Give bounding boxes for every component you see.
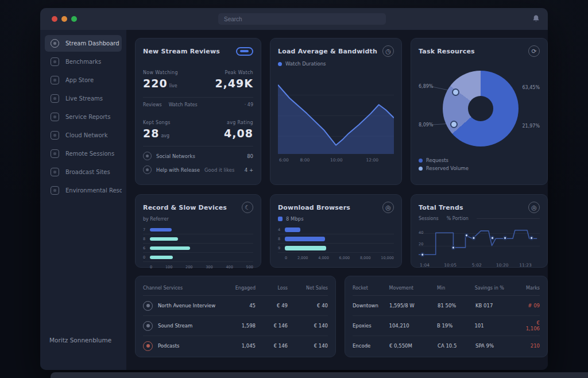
- list-item[interactable]: Social Networks 80: [143, 152, 253, 160]
- bar: [150, 228, 172, 232]
- notifications-button[interactable]: [529, 13, 542, 25]
- bar: [150, 256, 173, 259]
- table-cell: 210: [527, 343, 540, 349]
- minimize-button[interactable]: [61, 16, 67, 22]
- sidebar-item-label: App Store: [65, 77, 94, 83]
- table-cell: KB 017: [475, 303, 527, 308]
- table-cell: 101: [474, 323, 525, 329]
- bar-label: 4: [278, 227, 285, 232]
- axis-tick-label: 10,000: [381, 256, 394, 260]
- target-button[interactable]: ◎: [382, 202, 394, 213]
- desktop-background: Stream DashboardBenchmarksApp StoreLive …: [0, 0, 588, 378]
- sidebar-item-cloud-network[interactable]: Cloud Network: [45, 127, 122, 144]
- bar-row: 0: [143, 253, 253, 262]
- stat-avg-rating: avg Rating 4,08: [224, 120, 253, 140]
- bar-track: [285, 234, 394, 243]
- axis-tick-label: 8:00: [300, 157, 310, 163]
- table-row[interactable]: Encode€ 0,550MCA 10.5SPA 9%210: [353, 336, 540, 356]
- column-header: Marks: [526, 286, 540, 291]
- column-header: Channel Services: [143, 286, 220, 291]
- globe-icon: [143, 301, 153, 311]
- card-title: Task Resources: [419, 48, 475, 55]
- sidebar: Stream DashboardBenchmarksApp StoreLive …: [40, 30, 126, 370]
- table-cell: € 140: [288, 323, 328, 329]
- table-header: Channel ServicesEngagedLossNet Sales: [143, 284, 328, 296]
- close-button[interactable]: [52, 16, 57, 22]
- focus-button[interactable]: ◎: [528, 202, 540, 213]
- history-button[interactable]: ◷: [382, 45, 394, 57]
- channel-cell: North Avenue Interview: [143, 301, 220, 311]
- night-mode-button[interactable]: ☾: [242, 202, 253, 213]
- benchmark-icon: [51, 57, 59, 66]
- axis-tick-label: 200: [185, 265, 192, 269]
- alert-icon: [143, 341, 153, 351]
- sidebar-item-live-streams[interactable]: Live Streams: [45, 90, 122, 107]
- table-cell: 104,210: [389, 323, 437, 329]
- reports-icon: [51, 113, 59, 121]
- sidebar-item-app-store[interactable]: App Store: [45, 72, 122, 88]
- network-badge-icon: [143, 152, 152, 160]
- bar-label: 0: [143, 255, 150, 260]
- list-item[interactable]: Help with Release Good it likes 4 +: [143, 165, 253, 174]
- card-title: Load Average & Bandwidth: [278, 48, 377, 55]
- sidebar-item-label: Benchmarks: [65, 59, 101, 65]
- axis-tick-label: 2,000: [297, 256, 308, 260]
- bar: [285, 237, 325, 241]
- bar-row: 6: [143, 244, 253, 253]
- table-row[interactable]: Podcasts1,045€ 146€ 140: [143, 336, 328, 356]
- column-header: Net Sales: [288, 286, 328, 291]
- axis-tick-label: 10:05: [444, 263, 457, 268]
- table-cell: # 09: [527, 303, 540, 308]
- reviews-toggle[interactable]: [236, 47, 253, 56]
- table-cell: 1,045: [220, 343, 256, 349]
- sidebar-item-service-reports[interactable]: Service Reports: [45, 109, 122, 125]
- sidebar-item-label: Cloud Network: [65, 132, 108, 138]
- refresh-icon: ⟳: [531, 48, 536, 55]
- donut-label: 21,97%: [522, 124, 540, 129]
- background-window-edge: [51, 372, 588, 378]
- sidebar-item-environmental-resources[interactable]: Environmental Resources: [45, 182, 122, 199]
- sidebar-item-stream-dashboard[interactable]: Stream Dashboard: [45, 35, 122, 52]
- refresh-icon: [143, 321, 153, 331]
- table-row[interactable]: Epoxies104,210B 19%101€ 1,106: [353, 316, 540, 336]
- zoom-button[interactable]: [71, 16, 77, 22]
- column-header: Movement: [389, 286, 437, 291]
- browser-legend: 8 Mbps: [278, 216, 394, 222]
- bell-icon: [532, 14, 540, 23]
- sidebar-item-benchmarks[interactable]: Benchmarks: [45, 53, 122, 70]
- table-cell: 45: [220, 303, 256, 308]
- sidebar-footer-user: Moritz Sonnenblume: [49, 337, 111, 344]
- table-cell: SPA 9%: [475, 343, 527, 349]
- search-input[interactable]: [218, 13, 386, 25]
- sidebar-item-label: Broadcast Sites: [65, 169, 110, 175]
- bar-label: 7: [143, 227, 150, 232]
- table-row[interactable]: North Avenue Interview45€ 49€ 40: [143, 296, 328, 316]
- sidebar-item-remote-sessions[interactable]: Remote Sessions: [45, 145, 122, 162]
- axis-tick-label: 500: [246, 265, 253, 269]
- refresh-button[interactable]: ⟳: [528, 45, 540, 57]
- sidebar-item-broadcast-sites[interactable]: Broadcast Sites: [45, 164, 122, 180]
- axis-tick-label: 0: [285, 256, 287, 260]
- donut-label: 8,09%: [419, 122, 433, 128]
- card-title: Total Trends: [419, 204, 463, 211]
- axis-tick-label: 4,000: [318, 256, 329, 260]
- divider: [143, 146, 253, 146]
- channel-name: North Avenue Interview: [158, 303, 215, 308]
- sidebar-item-label: Remote Sessions: [65, 151, 114, 157]
- bar-track: [285, 225, 394, 234]
- bar-row: 8: [143, 234, 253, 244]
- sidebar-item-label: Service Reports: [65, 114, 111, 120]
- table-cell: Epoxies: [353, 323, 389, 329]
- donut-marker-icon: [452, 88, 459, 96]
- table-cell: 1,598: [220, 323, 256, 329]
- bar: [285, 246, 326, 250]
- table-cell: 1,595/8 W: [389, 303, 438, 308]
- axis-tick-label: 1:04: [420, 263, 430, 268]
- trends-card: Total Trends ◎ Sessions % Portion 40 20 …: [411, 194, 548, 268]
- table-row[interactable]: Downtown1,595/8 W81 50%KB 017# 09: [353, 296, 540, 316]
- table-cell: Encode: [353, 343, 389, 349]
- axis-tick-label: 400: [226, 265, 233, 269]
- axis-tick-label: 5:02: [472, 263, 482, 268]
- table-row[interactable]: Sound Stream1,598€ 146€ 140: [143, 316, 328, 336]
- dashboard-icon: [51, 39, 59, 48]
